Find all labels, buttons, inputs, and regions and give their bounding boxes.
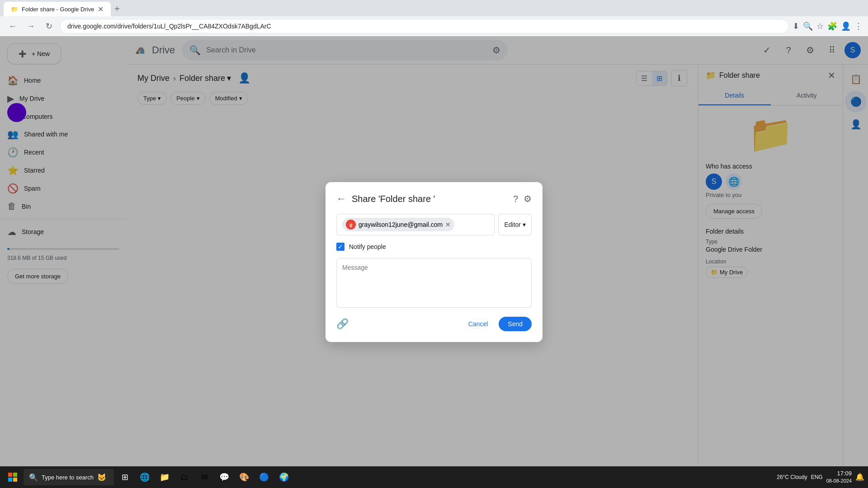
svg-rect-1 xyxy=(8,473,12,477)
browser-chrome: 📁 Folder share - Google Drive ✕ ＋ ← → ↻ … xyxy=(0,0,868,36)
notify-checkbox[interactable]: ✓ xyxy=(336,243,344,251)
taskbar-right: 26°C Cloudy ENG 17:09 08-08-2024 🔔 xyxy=(777,469,864,485)
taskbar-notification-icon[interactable]: 🔔 xyxy=(855,473,864,481)
taskbar-app-file-explorer[interactable]: 📁 xyxy=(156,468,174,486)
taskbar-search-text: Type here to search xyxy=(42,474,94,481)
taskbar-search-icon: 🔍 xyxy=(29,473,38,482)
extensions-icon[interactable]: 🧩 xyxy=(827,21,837,31)
taskbar-time: 17:09 xyxy=(826,469,852,478)
windows-icon xyxy=(8,473,17,482)
taskbar-app-mail[interactable]: ✉ xyxy=(195,468,213,486)
copy-link-btn[interactable]: 🔗 xyxy=(336,318,349,330)
bookmark-icon[interactable]: ☆ xyxy=(816,21,824,31)
url-text: drive.google.com/drive/folders/1uLl_Qp2l… xyxy=(67,23,271,30)
message-textarea[interactable] xyxy=(336,258,532,308)
refresh-btn[interactable]: ↻ xyxy=(42,19,56,33)
share-input-row: g graywilson12june@gmail.com ✕ Editor ▾ xyxy=(336,214,532,235)
modal-help-btn[interactable]: ? xyxy=(513,194,518,204)
download-icon[interactable]: ⬇ xyxy=(793,21,799,31)
share-modal: ← Share 'Folder share ' ? ⚙ g graywilson… xyxy=(326,182,542,342)
new-tab-btn[interactable]: ＋ xyxy=(111,0,123,16)
send-btn[interactable]: Send xyxy=(499,317,532,331)
cancel-btn[interactable]: Cancel xyxy=(461,317,495,331)
taskbar-date: 08-08-2024 xyxy=(826,478,852,484)
modal-settings-btn[interactable]: ⚙ xyxy=(524,193,532,204)
svg-rect-2 xyxy=(13,473,17,477)
taskbar-app-task-view[interactable]: ⊞ xyxy=(116,468,134,486)
role-label: Editor xyxy=(504,221,521,228)
profile-icon[interactable]: 👤 xyxy=(841,21,851,31)
email-chips-container[interactable]: g graywilson12june@gmail.com ✕ xyxy=(336,214,495,235)
taskbar-lang: ENG xyxy=(811,474,823,480)
taskbar-app-chrome[interactable]: 🔵 xyxy=(255,468,273,486)
taskbar-search[interactable]: 🔍 Type here to search 🐱 xyxy=(24,469,114,485)
taskbar-app-browser[interactable]: 🌐 xyxy=(136,468,154,486)
taskbar-app-teams[interactable]: 💬 xyxy=(215,468,233,486)
taskbar-app-figma[interactable]: 🎨 xyxy=(235,468,253,486)
chip-avatar: g xyxy=(346,220,356,230)
taskbar-weather: 26°C Cloudy xyxy=(777,474,807,480)
taskbar: 🔍 Type here to search 🐱 ⊞ 🌐 📁 🗂 ✉ 💬 🎨 🔵 … xyxy=(0,466,868,488)
browser-tab-active[interactable]: 📁 Folder share - Google Drive ✕ xyxy=(4,2,111,16)
taskbar-cat-icon: 🐱 xyxy=(97,473,106,482)
browser-tabs: 📁 Folder share - Google Drive ✕ ＋ xyxy=(0,0,868,16)
svg-rect-3 xyxy=(8,478,12,482)
taskbar-app-1[interactable]: 🗂 xyxy=(175,468,193,486)
role-chevron-icon: ▾ xyxy=(523,221,526,228)
address-bar[interactable]: drive.google.com/drive/folders/1uLl_Qp2l… xyxy=(60,19,789,33)
modal-header: ← Share 'Folder share ' ? ⚙ xyxy=(336,193,532,205)
forward-btn[interactable]: → xyxy=(24,19,38,33)
search-icon[interactable]: 🔍 xyxy=(803,21,813,31)
footer-actions: Cancel Send xyxy=(461,317,532,331)
email-chip[interactable]: g graywilson12june@gmail.com ✕ xyxy=(342,218,454,231)
browser-icons: ⬇ 🔍 ☆ 🧩 👤 ⋮ xyxy=(793,21,863,31)
notify-label: Notify people xyxy=(349,243,386,250)
tab-favicon: 📁 xyxy=(11,6,18,13)
tab-close-btn[interactable]: ✕ xyxy=(98,5,104,14)
browser-toolbar: ← → ↻ drive.google.com/drive/folders/1uL… xyxy=(0,16,868,36)
chip-email: graywilson12june@gmail.com xyxy=(359,221,443,228)
taskbar-apps: ⊞ 🌐 📁 🗂 ✉ 💬 🎨 🔵 🌍 xyxy=(116,468,293,486)
taskbar-time-section: 17:09 08-08-2024 xyxy=(826,469,852,485)
check-icon: ✓ xyxy=(338,243,343,250)
taskbar-start-btn[interactable] xyxy=(4,468,22,486)
taskbar-app-chrome2[interactable]: 🌍 xyxy=(275,468,293,486)
role-select[interactable]: Editor ▾ xyxy=(498,214,532,235)
svg-rect-4 xyxy=(13,478,17,482)
modal-back-btn[interactable]: ← xyxy=(336,193,346,205)
tab-title: Folder share - Google Drive xyxy=(22,6,94,13)
back-btn[interactable]: ← xyxy=(5,19,20,33)
notify-row: ✓ Notify people xyxy=(336,243,532,251)
modal-title: Share 'Folder share ' xyxy=(352,194,508,204)
chip-close-btn[interactable]: ✕ xyxy=(445,221,451,228)
modal-overlay: ← Share 'Folder share ' ? ⚙ g graywilson… xyxy=(0,36,868,488)
modal-footer: 🔗 Cancel Send xyxy=(336,317,532,331)
menu-icon[interactable]: ⋮ xyxy=(854,21,863,31)
